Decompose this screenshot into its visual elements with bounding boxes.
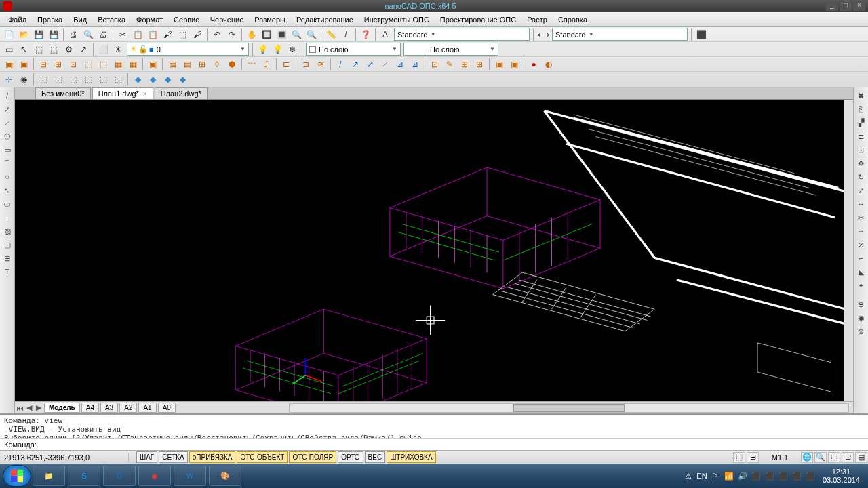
scale-display[interactable]: М1:1 <box>760 453 800 462</box>
extend-icon[interactable]: → <box>855 225 867 237</box>
spline-tool-icon[interactable]: ∿ <box>1 184 14 197</box>
tb3-29-icon[interactable]: ⊞ <box>458 58 471 71</box>
group-icon[interactable]: ⬜ <box>96 43 110 56</box>
fillet-icon[interactable]: ⌐ <box>855 252 867 264</box>
layout-tab-a0[interactable]: A0 <box>158 403 176 413</box>
chamfer-icon[interactable]: ◣ <box>855 266 867 278</box>
menu-dimensions[interactable]: Размеры <box>249 14 291 26</box>
point-tool-icon[interactable]: · <box>1 211 14 224</box>
pan-icon[interactable]: ✋ <box>245 28 258 41</box>
menu-file[interactable]: Файл <box>3 14 32 26</box>
tb3-19-icon[interactable]: ⊐ <box>299 58 313 71</box>
toggle-lweight[interactable]: ВЕС <box>365 451 386 463</box>
taskbar-app[interactable]: ◉ <box>138 466 171 486</box>
status-btn-6[interactable]: ⊡ <box>842 452 854 463</box>
new-icon[interactable]: 📄 <box>2 28 16 41</box>
layer-off-icon[interactable]: 💡 <box>271 43 284 56</box>
paint-icon[interactable]: 🖌 <box>191 28 204 41</box>
cut-icon[interactable]: ✂ <box>116 28 130 41</box>
taskbar-paint[interactable]: 🎨 <box>209 466 241 486</box>
copy-obj-icon[interactable]: ⎘ <box>855 103 867 115</box>
layout-tab-model[interactable]: Модель <box>44 403 80 413</box>
tb3-30-icon[interactable]: ⊞ <box>473 58 486 71</box>
tb3-3-icon[interactable]: ⊟ <box>37 58 50 71</box>
arc-tool-icon[interactable]: ⌒ <box>1 157 14 169</box>
orbit-icon[interactable]: ◉ <box>17 73 31 86</box>
tab-nav-prev[interactable]: ◀ <box>24 403 34 412</box>
iso-se-icon[interactable]: ◆ <box>146 73 159 86</box>
ellipse-tool-icon[interactable]: ⬭ <box>1 198 14 210</box>
polyline-tool-icon[interactable]: ⟋ <box>1 117 14 129</box>
stretch-icon[interactable]: ↔ <box>855 198 867 210</box>
preview-icon[interactable]: 🔍 <box>81 28 95 41</box>
plot-icon[interactable]: 🖨 <box>96 28 110 41</box>
color-combo[interactable]: По слою▼ <box>306 43 401 56</box>
tb3-31-icon[interactable]: ▣ <box>492 58 506 71</box>
tab-nav-first[interactable]: ⏮ <box>15 404 24 412</box>
command-line[interactable]: Команда: <box>0 438 868 450</box>
taskbar-skype[interactable]: S <box>68 466 100 486</box>
undo-icon[interactable]: ↶ <box>210 28 224 41</box>
horizontal-scrollbar[interactable] <box>289 403 849 413</box>
cursor-icon[interactable]: ↖ <box>17 43 31 56</box>
tb3-8-icon[interactable]: ▦ <box>111 58 125 71</box>
ray-tool-icon[interactable]: ↗ <box>1 103 14 115</box>
iso-ne-icon[interactable]: ◆ <box>161 73 174 86</box>
view-bottom-icon[interactable]: ⬚ <box>52 73 65 86</box>
taskbar-word[interactable]: W <box>174 466 206 486</box>
iso-sw-icon[interactable]: ◆ <box>131 73 144 86</box>
polygon-tool-icon[interactable]: ⬠ <box>1 130 14 142</box>
layout-tab-a3[interactable]: A3 <box>100 403 118 413</box>
tray-app3-icon[interactable]: ⬛ <box>778 470 789 481</box>
open-icon[interactable]: 📂 <box>17 28 31 41</box>
start-button[interactable] <box>3 465 31 487</box>
tab-nav-next[interactable]: ▶ <box>34 403 43 412</box>
text-style-combo[interactable]: Standard▼ <box>394 28 530 41</box>
tb3-6-icon[interactable]: ⬚ <box>81 58 95 71</box>
toggle-otrack-polar[interactable]: ОТС-ПОЛЯР <box>289 451 336 463</box>
view-left-icon[interactable]: ⬚ <box>66 73 80 86</box>
ucs-icon[interactable]: ⊹ <box>2 73 16 86</box>
menu-help[interactable]: Справка <box>553 14 593 26</box>
status-btn-2[interactable]: ⊞ <box>747 452 759 463</box>
tool-r1-icon[interactable]: ⊕ <box>855 298 867 310</box>
tb3-10-icon[interactable]: ▣ <box>146 58 159 71</box>
hatch-tool-icon[interactable]: ▨ <box>1 225 14 237</box>
menu-format[interactable]: Формат <box>131 14 168 26</box>
close-tab-icon[interactable]: × <box>143 90 147 98</box>
layout-tab-a4[interactable]: A4 <box>81 403 99 413</box>
zoom-extents-icon[interactable]: 🔳 <box>275 28 288 41</box>
explode-icon[interactable]: ✦ <box>855 279 867 291</box>
tb3-4-icon[interactable]: ⊞ <box>52 58 65 71</box>
redo-icon[interactable]: ↷ <box>225 28 239 41</box>
tb3-25-icon[interactable]: ⊿ <box>393 58 407 71</box>
tray-notify-icon[interactable]: ⚠ <box>683 470 694 481</box>
zoom-window-icon[interactable]: 🔲 <box>260 28 273 41</box>
menu-modify[interactable]: Редактирование <box>291 14 359 26</box>
layermgr-icon[interactable]: ☀ <box>111 43 125 56</box>
tray-app2-icon[interactable]: ⬛ <box>764 470 775 481</box>
erase-icon[interactable]: ✖ <box>855 89 867 102</box>
tb3-7-icon[interactable]: ⬚ <box>96 58 110 71</box>
view-front-icon[interactable]: ⬚ <box>96 73 110 86</box>
tb3-24-icon[interactable]: ⟋ <box>378 58 392 71</box>
mirror-icon[interactable]: ▞ <box>855 117 867 129</box>
offset-icon[interactable]: ⊏ <box>855 130 867 142</box>
tb3-16-icon[interactable]: 〰 <box>245 58 258 71</box>
zoom-out-icon[interactable]: 🔍 <box>304 28 318 41</box>
save-icon[interactable]: 💾 <box>32 28 45 41</box>
tool-r2-icon[interactable]: ◉ <box>855 312 867 324</box>
command-input[interactable] <box>39 440 864 449</box>
vertical-scrollbar[interactable] <box>844 100 853 401</box>
status-btn-7[interactable]: ▤ <box>855 452 867 463</box>
line-tool-icon[interactable]: / <box>1 89 14 102</box>
matchprop-icon[interactable]: 🖌 <box>161 28 174 41</box>
properties-icon[interactable]: ⬚ <box>176 28 189 41</box>
menu-service[interactable]: Сервис <box>168 14 205 26</box>
menu-tools-ops[interactable]: Инструменты ОПС <box>359 14 435 26</box>
status-btn-1[interactable]: ⬚ <box>733 452 745 463</box>
tool-r3-icon[interactable]: ⊛ <box>855 325 867 338</box>
tb3-21-icon[interactable]: / <box>334 58 347 71</box>
drawing-canvas[interactable] <box>15 100 853 401</box>
break-icon[interactable]: ⊘ <box>855 239 867 251</box>
